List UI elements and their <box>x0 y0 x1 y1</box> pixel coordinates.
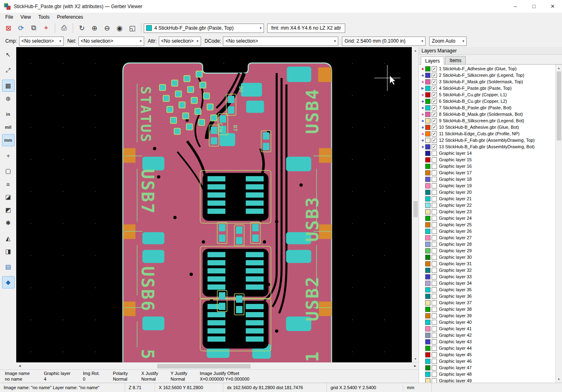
layer-visibility-checkbox[interactable] <box>432 365 437 370</box>
layer-color-swatch[interactable] <box>425 287 430 292</box>
layer-color-swatch[interactable] <box>425 203 430 208</box>
layer-color-swatch[interactable] <box>425 86 430 91</box>
layer-row[interactable]: ◆✓5 StickHub-F_Cu.gbr (Copper, L1) <box>419 91 555 98</box>
layer-row[interactable]: Graphic layer 38 <box>419 306 555 312</box>
clear-all-layers-button[interactable]: ⊠ <box>2 22 14 34</box>
layer-visibility-checkbox[interactable] <box>432 164 437 169</box>
layer-visibility-checkbox[interactable] <box>432 313 437 318</box>
layer-row[interactable]: Graphic layer 34 <box>419 280 555 286</box>
layer-row[interactable]: ◆✓11 StickHub-Edge_Cuts.gbr (Profile, NP… <box>419 130 555 137</box>
layer-color-swatch[interactable] <box>425 300 430 305</box>
layer-row[interactable]: Graphic layer 16 <box>419 163 555 169</box>
layer-visibility-checkbox[interactable]: ✓ <box>432 92 437 97</box>
layer-visibility-checkbox[interactable]: ✓ <box>432 144 437 149</box>
layers-manager-toggle-button[interactable]: ◆ <box>2 276 15 288</box>
layer-visibility-checkbox[interactable] <box>432 372 437 377</box>
layer-visibility-checkbox[interactable] <box>432 196 437 201</box>
layer-row[interactable]: ▶✓4 StickHub-F_Paste.gbr (Paste, Top) <box>419 85 555 91</box>
layer-visibility-checkbox[interactable] <box>432 352 437 357</box>
layer-color-swatch[interactable] <box>425 359 430 364</box>
flashed-items-sketch-button[interactable]: ▢ <box>2 165 15 177</box>
layer-visibility-checkbox[interactable] <box>432 242 437 247</box>
layer-row[interactable]: Graphic layer 28 <box>419 241 555 247</box>
layer-visibility-checkbox[interactable] <box>432 261 437 266</box>
layer-visibility-checkbox[interactable]: ✓ <box>432 112 437 117</box>
gerber-canvas[interactable]: STATUS USB7 USB6 5 USB4 USB3 USB2 1 D8 <box>16 47 412 362</box>
diff-mode-button[interactable]: ◭ <box>2 232 15 245</box>
layer-visibility-checkbox[interactable] <box>432 326 437 331</box>
layer-color-swatch[interactable] <box>425 183 430 188</box>
layer-visibility-checkbox[interactable]: ✓ <box>432 73 437 78</box>
active-layer-select[interactable]: 4 StickHub-F_Paste.gbr (Paste, Top) ▾ <box>144 24 264 33</box>
lines-sketch-button[interactable]: ≡ <box>2 178 15 190</box>
layer-color-swatch[interactable] <box>425 365 430 370</box>
polygons-sketch-button[interactable]: ◪ <box>2 191 15 203</box>
flip-view-button[interactable]: ▤ <box>2 261 15 273</box>
measure-tool-button[interactable]: ⤢ <box>2 64 15 76</box>
layer-visibility-checkbox[interactable] <box>432 307 437 312</box>
layer-row[interactable]: Graphic layer 22 <box>419 202 555 208</box>
layer-visibility-checkbox[interactable]: ✓ <box>432 118 437 123</box>
layer-row[interactable]: ◆✓6 StickHub-B_Cu.gbr (Copper, L2) <box>419 98 555 104</box>
layer-color-swatch[interactable] <box>425 216 430 221</box>
layer-row[interactable]: Graphic layer 19 <box>419 182 555 189</box>
layer-visibility-checkbox[interactable]: ✓ <box>432 105 437 110</box>
canvas-horizontal-scrollbar[interactable]: ◀ ▶ <box>16 362 419 369</box>
open-gerber-button[interactable]: ⧉ <box>28 22 39 34</box>
layer-visibility-checkbox[interactable] <box>432 248 437 253</box>
layer-visibility-checkbox[interactable] <box>432 222 437 227</box>
layer-visibility-checkbox[interactable] <box>432 359 437 364</box>
layer-visibility-checkbox[interactable] <box>432 274 437 279</box>
layer-visibility-checkbox[interactable] <box>432 190 437 195</box>
zoom-redraw-button[interactable]: ↻ <box>76 22 88 34</box>
layer-visibility-checkbox[interactable] <box>432 281 437 286</box>
layer-row[interactable]: Graphic layer 46 <box>419 358 555 364</box>
layer-color-swatch[interactable] <box>425 92 430 97</box>
layer-color-swatch[interactable] <box>425 177 430 182</box>
scroll-right-icon[interactable]: ▶ <box>412 363 419 370</box>
layer-color-swatch[interactable] <box>425 105 430 110</box>
layer-visibility-checkbox[interactable]: ✓ <box>432 99 437 104</box>
layer-color-swatch[interactable] <box>425 378 430 383</box>
layer-row[interactable]: Graphic layer 36 <box>419 293 555 299</box>
units-mil-button[interactable]: mil <box>2 121 15 133</box>
grid-select[interactable]: Grid: 2.5400 mm (0.1000 in) ▾ <box>342 37 426 46</box>
layer-row[interactable]: Graphic layer 15 <box>419 156 555 163</box>
layer-visibility-checkbox[interactable] <box>432 203 437 208</box>
layer-color-swatch[interactable] <box>425 372 430 377</box>
layer-visibility-checkbox[interactable] <box>432 268 437 273</box>
layer-visibility-checkbox[interactable] <box>432 170 437 175</box>
layer-row[interactable]: Graphic layer 45 <box>419 351 555 358</box>
net-select[interactable]: <No selection> ▾ <box>78 37 144 46</box>
negative-objects-button[interactable]: ◩ <box>2 204 15 216</box>
layer-visibility-checkbox[interactable]: ✓ <box>432 86 437 91</box>
layer-row[interactable]: Graphic layer 29 <box>419 247 555 254</box>
layer-row[interactable]: Graphic layer 31 <box>419 260 555 267</box>
layer-color-swatch[interactable] <box>425 326 430 331</box>
reload-layers-button[interactable]: ⟳ <box>15 22 27 34</box>
layer-visibility-checkbox[interactable] <box>432 235 437 240</box>
layer-color-swatch[interactable] <box>425 170 430 175</box>
layer-color-swatch[interactable] <box>425 190 430 195</box>
scroll-down-icon[interactable]: ▼ <box>412 355 419 362</box>
zoom-select[interactable]: Zoom Auto ▾ <box>429 37 467 46</box>
layer-row[interactable]: Graphic layer 47 <box>419 364 555 371</box>
scroll-up-icon[interactable]: ▲ <box>556 65 562 71</box>
scroll-left-icon[interactable]: ◀ <box>16 363 23 370</box>
zoom-selection-button[interactable]: ◱ <box>126 22 138 34</box>
cursor-shape-button[interactable]: ＋ <box>2 149 15 162</box>
layer-color-swatch[interactable] <box>425 320 430 325</box>
select-tool-button[interactable]: ↖ <box>2 49 15 61</box>
layer-row[interactable]: Graphic layer 37 <box>419 299 555 306</box>
layer-color-swatch[interactable] <box>425 352 430 357</box>
layer-color-swatch[interactable] <box>425 66 430 71</box>
layer-row[interactable]: Graphic layer 14 <box>419 150 555 156</box>
layer-row[interactable]: Graphic layer 21 <box>419 195 555 202</box>
layer-row[interactable]: ◆✓9 StickHub-B_Silkscreen.gbr (Legend, B… <box>419 117 555 124</box>
polar-coords-button[interactable]: ⊕ <box>2 93 15 105</box>
layer-row[interactable]: Graphic layer 33 <box>419 273 555 280</box>
layer-visibility-checkbox[interactable] <box>432 339 437 344</box>
layer-color-swatch[interactable] <box>425 268 430 273</box>
layer-row[interactable]: Graphic layer 32 <box>419 267 555 273</box>
layer-visibility-checkbox[interactable] <box>432 216 437 221</box>
